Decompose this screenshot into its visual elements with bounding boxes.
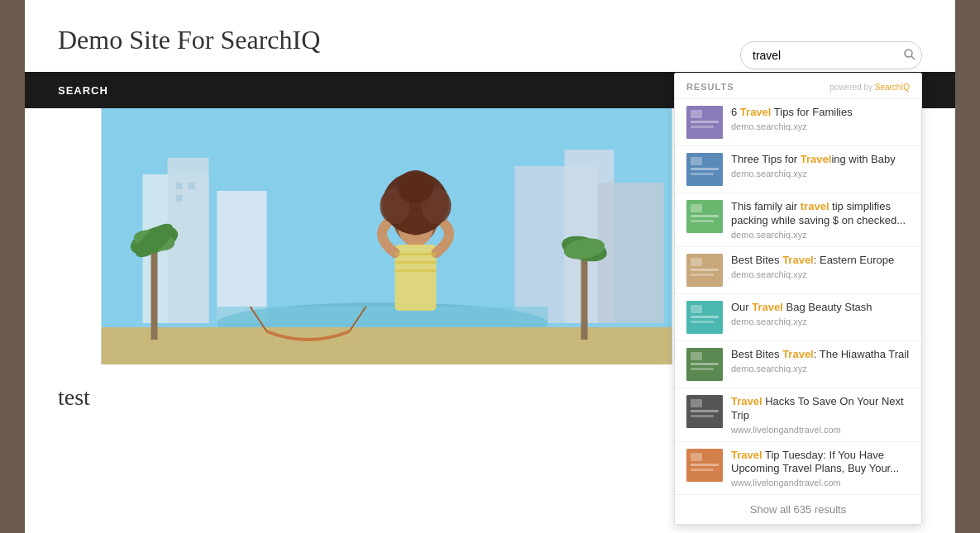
show-all-button[interactable]: Show all 635 results	[675, 495, 921, 524]
results-label: RESULTS	[686, 82, 734, 92]
svg-point-0	[905, 50, 912, 57]
result-content: Three Tips for Traveling with Baby demo.…	[731, 153, 910, 178]
svg-rect-11	[691, 204, 702, 212]
svg-rect-15	[691, 258, 702, 266]
svg-rect-4	[691, 121, 719, 123]
result-url: demo.searchiq.xyz	[731, 364, 910, 374]
svg-rect-28	[691, 410, 719, 412]
result-item[interactable]: Best Bites Travel: Eastern Europe demo.s…	[675, 247, 921, 294]
svg-rect-31	[691, 453, 702, 461]
svg-rect-63	[395, 253, 437, 255]
result-thumb	[686, 449, 723, 482]
result-title: Best Bites Travel: Eastern Europe	[731, 254, 910, 268]
svg-rect-40	[598, 183, 664, 323]
result-content: This family air travel tip simplifies pa…	[731, 200, 910, 240]
result-item[interactable]: 6 Travel Tips for Families demo.searchiq…	[675, 99, 921, 146]
result-item[interactable]: Three Tips for Traveling with Baby demo.…	[675, 146, 921, 193]
svg-rect-32	[691, 464, 719, 466]
svg-rect-24	[691, 363, 719, 365]
result-content: Travel Hacks To Save On Your Next Trip w…	[731, 395, 910, 435]
svg-rect-5	[691, 126, 714, 128]
result-content: Travel Tip Tuesday: If You Have Upcoming…	[731, 449, 910, 488]
svg-point-62	[398, 170, 434, 203]
result-url: demo.searchiq.xyz	[731, 230, 910, 240]
result-title: Three Tips for Traveling with Baby	[731, 153, 910, 167]
result-url: demo.searchiq.xyz	[731, 121, 910, 131]
svg-rect-51	[581, 249, 588, 340]
result-thumb	[686, 395, 723, 428]
powered-by: powered by SearchIQ	[829, 83, 910, 92]
highlight: Travel	[801, 153, 832, 165]
result-title: Best Bites Travel: The Hiawatha Trail	[731, 348, 910, 362]
result-item[interactable]: Travel Tip Tuesday: If You Have Upcoming…	[675, 442, 921, 496]
highlight: Travel	[782, 254, 814, 266]
highlight: travel	[801, 200, 829, 212]
search-input[interactable]	[740, 41, 922, 69]
svg-rect-8	[691, 168, 719, 170]
site-wrapper: Demo Site For SearchIQ RESULTS powered b…	[25, 0, 955, 533]
svg-rect-7	[691, 157, 702, 165]
result-content: Best Bites Travel: The Hiawatha Trail de…	[731, 348, 910, 374]
svg-rect-19	[691, 305, 702, 313]
svg-rect-47	[151, 240, 158, 340]
svg-rect-64	[395, 261, 437, 264]
results-list: 6 Travel Tips for Families demo.searchiq…	[675, 99, 921, 495]
search-button[interactable]	[904, 49, 915, 63]
svg-rect-16	[691, 269, 719, 271]
result-item[interactable]: Our Travel Bag Beauty Stash demo.searchi…	[675, 294, 921, 341]
result-item[interactable]: Travel Hacks To Save On Your Next Trip w…	[675, 388, 921, 442]
result-url: demo.searchiq.xyz	[731, 316, 910, 326]
result-title: Our Travel Bag Beauty Stash	[731, 301, 910, 315]
highlight: Travel	[752, 301, 783, 313]
highlight: Travel	[782, 348, 814, 360]
nav-label: SEARCH	[58, 84, 108, 97]
svg-rect-9	[691, 173, 714, 175]
svg-rect-3	[691, 110, 702, 118]
result-content: Our Travel Bag Beauty Stash demo.searchi…	[731, 301, 910, 326]
result-thumb	[686, 153, 723, 186]
result-title: This family air travel tip simplifies pa…	[731, 200, 910, 228]
svg-rect-25	[691, 368, 714, 370]
svg-rect-12	[691, 215, 719, 217]
result-item[interactable]: Best Bites Travel: The Hiawatha Trail de…	[675, 341, 921, 388]
result-url: www.livelongandtravel.com	[731, 425, 910, 435]
result-thumb	[686, 200, 723, 233]
svg-rect-23	[691, 352, 702, 360]
svg-rect-29	[691, 415, 714, 417]
result-thumb	[686, 348, 723, 381]
result-title: Travel Tip Tuesday: If You Have Upcoming…	[731, 449, 910, 477]
svg-rect-21	[691, 321, 714, 323]
result-title: Travel Hacks To Save On Your Next Trip	[731, 395, 910, 423]
svg-rect-17	[691, 274, 714, 276]
result-thumb	[686, 301, 723, 334]
svg-rect-41	[176, 183, 183, 189]
svg-rect-65	[395, 269, 437, 272]
featured-section: test	[58, 108, 715, 419]
svg-rect-33	[691, 469, 714, 471]
highlight: Travel	[731, 449, 762, 461]
search-area: RESULTS powered by SearchIQ 6 Travel Tip…	[740, 41, 922, 69]
result-content: Best Bites Travel: Eastern Europe demo.s…	[731, 254, 910, 279]
featured-image	[58, 108, 715, 364]
search-input-wrapper	[740, 41, 922, 69]
svg-rect-37	[218, 191, 267, 323]
post-title-area: test	[58, 368, 715, 419]
result-thumb	[686, 254, 723, 287]
svg-rect-43	[176, 195, 183, 202]
result-thumb	[686, 106, 723, 139]
result-item[interactable]: This family air travel tip simplifies pa…	[675, 193, 921, 247]
post-title: test	[58, 384, 715, 411]
svg-rect-27	[691, 399, 702, 407]
svg-rect-42	[189, 183, 195, 189]
results-dropdown: RESULTS powered by SearchIQ 6 Travel Tip…	[674, 73, 922, 525]
result-url: demo.searchiq.xyz	[731, 269, 910, 279]
result-url: www.livelongandtravel.com	[731, 478, 910, 488]
results-header: RESULTS powered by SearchIQ	[675, 74, 921, 99]
highlight: Travel	[731, 395, 762, 407]
svg-line-1	[911, 56, 915, 59]
result-content: 6 Travel Tips for Families demo.searchiq…	[731, 106, 910, 131]
highlight: Travel	[740, 106, 772, 118]
svg-rect-13	[691, 220, 714, 222]
result-title: 6 Travel Tips for Families	[731, 106, 910, 120]
svg-rect-20	[691, 316, 719, 318]
